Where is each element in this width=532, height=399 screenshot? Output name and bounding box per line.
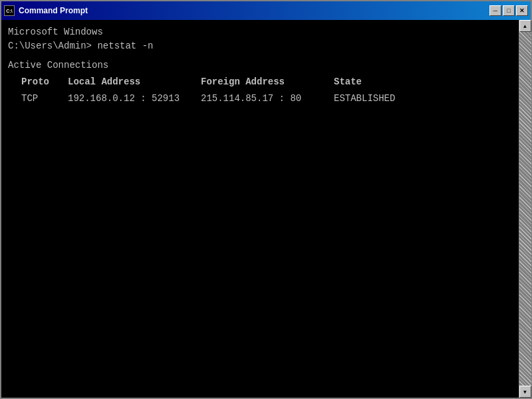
scroll-down-button[interactable]: ▼ [519,386,531,398]
terminal-output[interactable]: Microsoft Windows C:\Users\Admin> netsta… [1,20,519,398]
cell-local-0: 192.168.0.12 : 52913 [68,92,201,106]
window-icon: C:\ [4,5,15,16]
connections-table: Proto Local Address Foreign Address Stat… [8,75,512,106]
col-header-local: Local Address [68,75,201,89]
cell-state-0: ESTABLISHED [334,92,434,106]
close-button[interactable]: ✕ [516,5,528,16]
cell-proto-0: TCP [8,92,68,106]
table-header-row: Proto Local Address Foreign Address Stat… [8,75,512,89]
content-area: Microsoft Windows C:\Users\Admin> netsta… [1,20,531,398]
window-title: Command Prompt [19,6,88,15]
terminal-line-2: C:\Users\Admin> netstat -n [8,39,512,53]
command-prompt-window: C:\ Command Prompt ─ □ ✕ Microsoft Windo… [0,0,532,399]
scroll-track[interactable] [519,32,531,386]
terminal-line-1: Microsoft Windows [8,25,512,39]
scroll-up-button[interactable]: ▲ [519,20,531,32]
terminal-line-3: Active Connections [8,59,512,72]
title-bar: C:\ Command Prompt ─ □ ✕ [1,1,531,20]
title-bar-buttons: ─ □ ✕ [489,5,528,16]
minimize-button[interactable]: ─ [489,5,501,16]
maximize-button[interactable]: □ [503,5,515,16]
scrollbar: ▲ ▼ [519,20,531,398]
col-header-state: State [334,75,434,89]
col-header-proto: Proto [8,75,68,89]
col-header-foreign: Foreign Address [201,75,334,89]
cell-foreign-0: 215.114.85.17 : 80 [201,92,334,106]
title-bar-left: C:\ Command Prompt [4,5,88,16]
table-row: TCP 192.168.0.12 : 52913 215.114.85.17 :… [8,92,512,106]
